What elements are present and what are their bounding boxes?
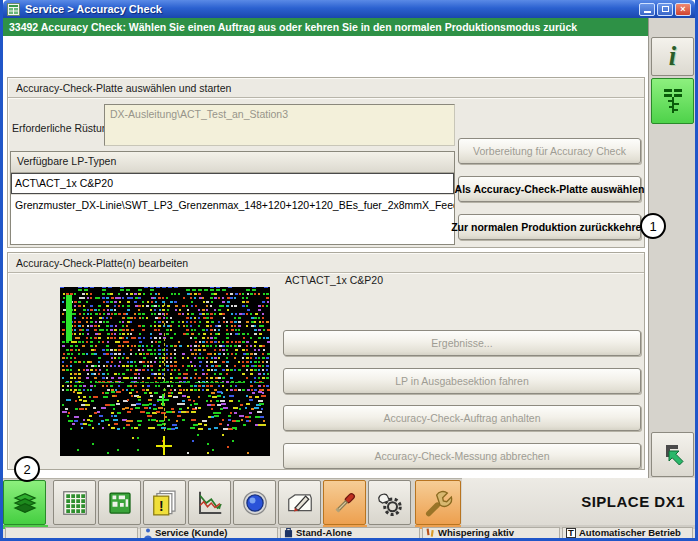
minimize-button[interactable]	[639, 3, 655, 16]
prepare-accuracy-check-button[interactable]: Vorbereitung für Accuracy Check	[458, 138, 641, 164]
hold-accuracy-job-button[interactable]: Accuracy-Check-Auftrag anhalten	[283, 405, 641, 431]
return-to-production-button[interactable]: Zur normalen Produktion zurückkehren	[458, 214, 641, 240]
application-window: Service > Accuracy Check × 33492 Accurac…	[0, 0, 698, 541]
lp-list-row[interactable]: Grenzmuster_DX-Linie\SWT_LP3_Grenzenmax_…	[11, 194, 454, 215]
lp-type-list: Verfügbare LP-Typen ACT\ACT_1x C&P20 Gre…	[10, 151, 455, 245]
station-layout-button[interactable]	[651, 78, 694, 124]
logo-panel: SIPLACE DX1	[462, 478, 695, 525]
toolbar-manual-operation-button[interactable]	[368, 480, 411, 525]
whispering-icon	[426, 528, 435, 538]
auto-operation-icon: T	[566, 528, 576, 538]
board-layout-icon	[105, 488, 135, 518]
toolbar-board-layout-button[interactable]	[98, 480, 141, 525]
edit-folder-icon	[285, 488, 315, 518]
callout-2: 2	[14, 456, 40, 482]
ruestung-field[interactable]: DX-Ausleitung\ACT_Test_an_Station3	[104, 104, 455, 146]
toolbar-edit-folder-button[interactable]	[278, 480, 321, 525]
status-standalone-field: Stand-Alone	[280, 527, 420, 539]
select-accuracy-plate-button[interactable]: Als Accuracy-Check-Platte auswählen	[458, 176, 641, 202]
service-wrench-icon	[422, 487, 454, 519]
lp-list-row[interactable]: ACT\ACT_1x C&P20	[11, 173, 454, 194]
info-button[interactable]: i	[651, 37, 694, 76]
title-bar: Service > Accuracy Check ×	[3, 0, 695, 18]
move-to-output-button[interactable]: LP in Ausgabesektion fahren	[283, 368, 641, 394]
group-select-title: Accuracy-Check-Platte auswählen und star…	[8, 78, 644, 98]
machine-logo: SIPLACE DX1	[581, 493, 685, 510]
abort-measurement-button[interactable]: Accuracy-Check-Messung abbrechen	[283, 443, 641, 469]
status-auto-operation-field: T Automatischer Betrieb	[562, 527, 693, 539]
exit-back-icon	[658, 440, 688, 470]
status-bar: Service (Kunde) Stand-Alone Whispering a…	[3, 529, 695, 538]
exit-back-button[interactable]	[651, 432, 694, 477]
window-title: Service > Accuracy Check	[25, 3, 637, 15]
user-icon	[144, 528, 152, 539]
toolbar-error-messages-button[interactable]: !	[143, 480, 186, 525]
svg-text:!: !	[158, 499, 163, 514]
toolbar-component-matrix-button[interactable]	[53, 480, 96, 525]
lp-list-header: Verfügbare LP-Typen	[11, 152, 454, 173]
group-edit-title: Accuracy-Check-Platte(n) bearbeiten	[8, 253, 644, 273]
toolbar-service-button[interactable]	[415, 480, 461, 525]
setup-screwdriver-icon	[330, 488, 360, 518]
toolbar-vision-camera-button[interactable]	[233, 480, 276, 525]
right-sidebar: i	[648, 18, 695, 478]
toolbar-setup-button[interactable]	[323, 480, 366, 525]
board-name-label: ACT\ACT_1x C&P20	[285, 274, 383, 286]
results-button[interactable]: Ergebnisse...	[283, 330, 641, 356]
callout-1: 1	[640, 213, 666, 239]
job-stack-icon	[10, 488, 40, 518]
status-whispering-field: Whispering aktiv	[422, 527, 560, 539]
vision-camera-icon	[240, 488, 270, 518]
close-button[interactable]: ×	[675, 3, 691, 16]
toolbar-job-stack-button[interactable]	[3, 480, 46, 525]
board-preview-image	[60, 287, 270, 456]
restore-button[interactable]	[657, 3, 673, 16]
toolbar-statistics-button[interactable]	[188, 480, 231, 525]
info-icon: i	[669, 43, 677, 70]
status-user-field: Service (Kunde)	[140, 527, 278, 539]
statistics-icon	[195, 488, 225, 518]
message-bar: 33492 Accuracy Check: Wählen Sie einen A…	[3, 18, 648, 36]
status-empty-field	[5, 527, 138, 539]
error-messages-icon: !	[150, 488, 180, 518]
standalone-icon	[284, 528, 293, 538]
component-matrix-icon	[60, 488, 90, 518]
ruestung-label: Erforderliche Rüstung:	[12, 122, 116, 134]
manual-hand-gear-icon	[375, 488, 405, 518]
station-layout-icon	[659, 86, 687, 116]
window-icon	[7, 3, 20, 16]
